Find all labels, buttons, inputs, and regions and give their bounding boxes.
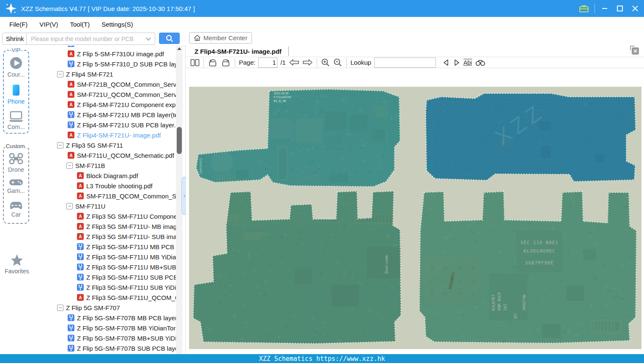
tree-item[interactable]: AZ Flip3 5G-SM-F711U_QCOM_Co — [34, 292, 176, 302]
pcb-layer-file-icon — [68, 345, 74, 352]
next-page-arrow-icon[interactable] — [302, 59, 313, 66]
abc-search-icon[interactable]: Abi — [463, 59, 472, 66]
pdf-file-icon: A — [68, 152, 74, 159]
tree-item-label: Z Flip4-SM-F721U- image.pdf — [77, 132, 161, 139]
tree-item[interactable]: Z Flip 5-SM-F7310_D SUB PCB laye — [34, 59, 176, 69]
tree-group[interactable]: −SM-F711U — [34, 201, 176, 211]
tree-item[interactable]: Z Flip 5G-SM-F707B MB+SUB YiDia — [34, 333, 176, 343]
tree-item[interactable] — [34, 46, 176, 49]
maximize-icon[interactable] — [614, 2, 626, 15]
chip-label: 207 — [503, 304, 507, 311]
tree-item[interactable]: ASM-F711U_QCOM_Schematic.pdf — [34, 150, 176, 160]
tree-item[interactable]: Z Flip 5G-SM-F707B MB YiDianTor — [34, 323, 176, 333]
pdf-toolbar: Page: /1 Lookup — [186, 57, 644, 68]
zoom-in-icon[interactable] — [321, 58, 330, 67]
next-result-icon[interactable] — [453, 59, 460, 66]
binoculars-icon[interactable] — [475, 58, 486, 66]
tree-item[interactable]: AZ Flip4-SM-F721U Component exp — [34, 99, 176, 110]
sidebar-item-phone[interactable]: Phone — [4, 83, 28, 105]
member-center-button[interactable]: Member Center — [189, 32, 252, 44]
sidebar-item-car[interactable]: Car — [4, 199, 28, 218]
tree-item[interactable]: AZ Flip 5-SM-F7310U image.pdf — [34, 49, 176, 59]
tab-document[interactable]: Z Flip4-SM-F721U- image.pdf — [195, 48, 282, 55]
rotate-left-icon[interactable] — [208, 58, 218, 67]
tree-item[interactable]: AL3 Trouble shooting.pdf — [34, 181, 176, 191]
tree-item[interactable]: Z Flip3 5G-SM-F711U MB PCB la — [34, 242, 176, 252]
tree-item[interactable]: ASM-F721B_QCOM_Common_Servic — [34, 79, 176, 89]
pcb-layer-file-icon — [68, 121, 74, 128]
pdf-file-icon: A — [77, 182, 84, 189]
tree-item[interactable]: AZ Flip3 5G SM-F711U- SUB imag — [34, 231, 176, 242]
tree-item-label: Z Flip3 5G SM-F711U- SUB imag — [86, 233, 176, 240]
tree-item[interactable]: Z Flip3 5G-SM-F711U SUB YiDia — [34, 282, 176, 292]
collapse-expander-icon[interactable]: − — [66, 162, 73, 169]
tree-item-label: Z Flip3 5G-SM-F711U SUB YiDia — [86, 284, 176, 291]
scroll-up-icon[interactable] — [177, 47, 181, 50]
tree-item[interactable]: ABlock Diagram.pdf — [34, 170, 176, 181]
tree-item[interactable]: Z Flip 5G-SM-F707B SUB PCB layer — [34, 343, 176, 353]
shrink-button[interactable]: Shrink — [2, 33, 28, 45]
laptop-icon — [8, 110, 24, 123]
close-all-tabs-icon[interactable]: ✕ — [632, 47, 639, 55]
tree-item[interactable]: AZ Flip4-SM-F721U- image.pdf — [34, 130, 176, 140]
page-number-input[interactable] — [258, 58, 277, 68]
tree-item-label: Z Flip4-SM-F721U MB PCB layer(te — [77, 111, 176, 118]
collapse-expander-icon[interactable]: − — [66, 203, 73, 209]
tree-group[interactable]: −Z Flip4 SM-F721 — [34, 69, 176, 79]
qualcomm-chip-label: Qualcomm — [384, 256, 389, 274]
tree-item[interactable]: ASM-F721U_QCOM_Common_Servic — [34, 89, 176, 99]
sidebar-item-label: Cour... — [7, 71, 25, 78]
sidebar-item-favorites[interactable]: Favorites — [0, 254, 34, 275]
board-code-text: B4_B_0B — [274, 99, 286, 103]
tree-item[interactable]: Z Flip3 5G-SM-F711U MB YiDiar — [34, 252, 176, 262]
prev-result-icon[interactable] — [442, 59, 450, 66]
pdf-canvas[interactable]: 2022.04.25 F721U/0/2/W B4_B_0B DAP206101… — [186, 68, 644, 354]
lookup-input[interactable] — [374, 58, 436, 68]
tree-item[interactable]: Z Flip4-SM-F721U SUB PCB layer.p — [34, 120, 176, 130]
collapse-expander-icon[interactable]: − — [57, 71, 63, 77]
tree-item-label: Z Flip 5G-SM-F707B MB PCB layer. — [77, 314, 176, 322]
prev-page-arrow-icon[interactable] — [289, 59, 299, 66]
collapse-expander-icon[interactable]: − — [57, 305, 63, 311]
briefcase-icon[interactable] — [578, 2, 590, 15]
member-center-label: Member Center — [203, 34, 247, 41]
sidebar-item-computer[interactable]: Com... — [4, 110, 28, 130]
tree-item-label: SM-F711B — [75, 162, 105, 169]
tree-group[interactable]: −SM-F711B — [34, 160, 176, 170]
chip-label: K3LK7K7 — [491, 294, 496, 311]
zoom-out-icon[interactable] — [333, 58, 343, 67]
play-icon — [9, 56, 23, 70]
menu-file[interactable]: File(F) — [7, 19, 30, 29]
minimize-icon[interactable] — [598, 2, 611, 15]
tree-group[interactable]: −Z Flip 5G SM-F707 — [34, 302, 176, 313]
pdf-file-icon: A — [77, 213, 84, 220]
collapse-expander-icon[interactable]: − — [57, 142, 63, 148]
menu-tool[interactable]: Tool(T) — [68, 19, 93, 29]
two-page-view-icon[interactable] — [190, 59, 200, 66]
tree-item-label: Z Flip3 5G-SM-F711U_QCOM_Co — [86, 294, 176, 301]
tree-item[interactable]: Z Flip3 5G-SM-F711U SUB PCB l — [34, 272, 176, 282]
tree-item[interactable]: Z Flip4-SM-F721U MB PCB layer(te — [34, 110, 176, 120]
dropdown-chevron-icon[interactable] — [145, 37, 151, 41]
sidebar-item-game[interactable]: Gam... — [4, 178, 28, 194]
rotate-right-icon[interactable] — [221, 58, 231, 67]
sidebar-item-course[interactable]: Cour... — [4, 56, 28, 78]
tree-item[interactable]: ASM-F711B_QCOM_Common_Ser — [34, 191, 176, 201]
search-input[interactable] — [30, 35, 145, 43]
tree-item[interactable]: Z Flip 5G-SM-F707B MB PCB layer. — [34, 313, 176, 323]
tree-item[interactable]: AZ Flip3 5G SM-F711U Compone — [34, 211, 176, 221]
close-icon[interactable] — [629, 2, 641, 15]
tree-scrollbar-thumb[interactable] — [177, 127, 182, 154]
menu-vip[interactable]: VIP(V) — [37, 19, 60, 29]
tree-item[interactable]: Z Flip3 5G-SM-F711U MB+SUB — [34, 262, 176, 272]
pdf-file-icon: A — [77, 294, 84, 301]
chip-label: KLUDG4UHDC — [523, 249, 555, 253]
tab-separator — [288, 47, 289, 56]
tree-item-label: Z Flip 5G-SM-F707B MB YiDianTor — [77, 324, 175, 332]
menu-settings[interactable]: Settings(S) — [99, 19, 135, 29]
tree-item-label: SM-F711B_QCOM_Common_Ser — [86, 192, 176, 200]
sidebar-item-drone[interactable]: Drone — [4, 152, 28, 173]
tree-group[interactable]: −Z Flip3 5G SM-F711 — [34, 140, 176, 150]
search-button[interactable] — [159, 33, 180, 44]
tree-item[interactable]: AZ Flip3 5G SM-F711U- MB imag — [34, 221, 176, 231]
